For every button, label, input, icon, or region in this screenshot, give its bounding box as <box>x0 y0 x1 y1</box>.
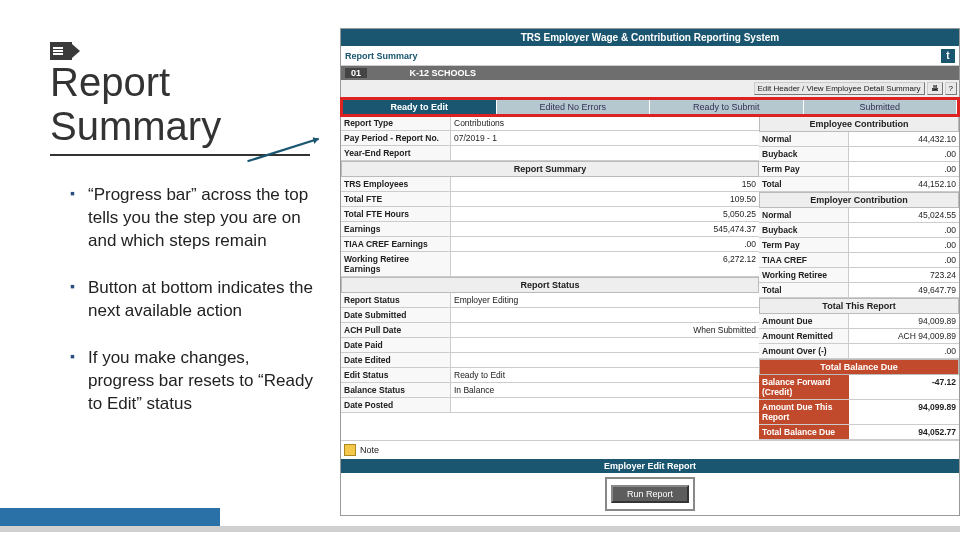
value: 109.50 <box>451 192 759 206</box>
progress-bar: Ready to Edit Edited No Errors Ready to … <box>341 98 959 116</box>
value: 45,024.55 <box>849 208 959 222</box>
bullet-1: “Progress bar” across the top tells you … <box>70 184 320 253</box>
edit-report-bar: Employer Edit Report <box>341 459 959 473</box>
progress-step-ready-to-edit[interactable]: Ready to Edit <box>343 100 497 114</box>
value: 49,647.79 <box>849 283 959 297</box>
label: Working Retiree <box>759 268 849 282</box>
emp-contrib-header: Employee Contribution <box>759 116 959 132</box>
label: Buyback <box>759 223 849 237</box>
employer-contrib-header: Employer Contribution <box>759 192 959 208</box>
label: TIAA CREF Earnings <box>341 237 451 251</box>
bullet-3: If you make changes, progress bar resets… <box>70 347 320 416</box>
value: 07/2019 - 1 <box>451 131 759 145</box>
value: .00 <box>849 162 959 176</box>
label: Normal <box>759 132 849 146</box>
total-this-report-header: Total This Report <box>759 298 959 314</box>
school-code: 01 <box>345 68 367 78</box>
edit-header-button[interactable]: Edit Header / View Employee Detail Summa… <box>754 82 925 95</box>
label: Total FTE Hours <box>341 207 451 221</box>
arrow-bullet-icon <box>50 42 72 60</box>
value: 44,432.10 <box>849 132 959 146</box>
label: ACH Pull Date <box>341 323 451 337</box>
value: .00 <box>451 237 759 251</box>
label: Date Submitted <box>341 308 451 322</box>
progress-step-edited[interactable]: Edited No Errors <box>497 100 651 114</box>
value: .00 <box>849 238 959 252</box>
value: 723.24 <box>849 268 959 282</box>
label: Report Type <box>341 116 451 130</box>
note-icon <box>344 444 356 456</box>
bullet-2: Button at bottom indicates the next avai… <box>70 277 320 323</box>
value <box>451 353 759 367</box>
label: Balance Status <box>341 383 451 397</box>
progress-step-ready-to-submit[interactable]: Ready to Submit <box>650 100 804 114</box>
label: Amount Due <box>759 314 849 328</box>
label: Edit Status <box>341 368 451 382</box>
label: Total <box>759 177 849 191</box>
value: 5,050.25 <box>451 207 759 221</box>
value <box>451 146 759 160</box>
app-header: TRS Employer Wage & Contribution Reporti… <box>341 29 959 47</box>
pointer-arrow <box>230 135 340 165</box>
value: .00 <box>849 147 959 161</box>
label: Date Paid <box>341 338 451 352</box>
note-label: Note <box>360 445 379 455</box>
value <box>451 338 759 352</box>
report-summary-header: Report Summary <box>341 161 759 177</box>
footer-stripe-grey <box>0 526 960 532</box>
value <box>451 398 759 412</box>
label: Balance Forward (Credit) <box>759 375 849 399</box>
label: Total FTE <box>341 192 451 206</box>
note-row[interactable]: Note <box>341 440 959 459</box>
page-subtitle: Report Summary <box>345 51 418 61</box>
value: .00 <box>849 344 959 358</box>
label: Report Status <box>341 293 451 307</box>
value: .00 <box>849 223 959 237</box>
print-icon[interactable]: 🖶 <box>927 82 943 95</box>
label: Date Posted <box>341 398 451 412</box>
label: Total Balance Due <box>759 425 849 439</box>
value: 94,009.89 <box>849 314 959 328</box>
value: When Submitted <box>451 323 759 337</box>
value: 44,152.10 <box>849 177 959 191</box>
value: ACH 94,009.89 <box>849 329 959 343</box>
svg-line-0 <box>248 139 319 162</box>
label: Earnings <box>341 222 451 236</box>
run-report-button[interactable]: Run Report <box>611 485 689 503</box>
label: Date Edited <box>341 353 451 367</box>
value: Contributions <box>451 116 759 130</box>
logo-icon: t <box>941 49 955 63</box>
school-bar: 01 K-12 SCHOOLS <box>341 66 959 80</box>
value: Employer Editing <box>451 293 759 307</box>
label: Year-End Report <box>341 146 451 160</box>
label: TIAA CREF <box>759 253 849 267</box>
progress-step-submitted[interactable]: Submitted <box>804 100 958 114</box>
footer-stripe-blue <box>0 508 220 526</box>
value: .00 <box>849 253 959 267</box>
action-bar: Edit Header / View Employee Detail Summa… <box>341 80 959 98</box>
label: Working Retiree Earnings <box>341 252 451 276</box>
label: Term Pay <box>759 162 849 176</box>
value: 94,052.77 <box>849 425 959 439</box>
total-balance-due-header: Total Balance Due <box>759 359 959 375</box>
help-icon[interactable]: ? <box>945 82 957 95</box>
label: Term Pay <box>759 238 849 252</box>
label: Buyback <box>759 147 849 161</box>
school-name: K-12 SCHOOLS <box>410 68 477 78</box>
value <box>451 308 759 322</box>
label: Amount Remitted <box>759 329 849 343</box>
value: Ready to Edit <box>451 368 759 382</box>
bullet-list: “Progress bar” across the top tells you … <box>50 184 320 416</box>
value: In Balance <box>451 383 759 397</box>
value: 6,272.12 <box>451 252 759 276</box>
value: -47.12 <box>849 375 959 399</box>
label: TRS Employees <box>341 177 451 191</box>
value: 545,474.37 <box>451 222 759 236</box>
label: Amount Over (-) <box>759 344 849 358</box>
run-report-highlight: Run Report <box>605 477 695 511</box>
label: Pay Period - Report No. <box>341 131 451 145</box>
label: Amount Due This Report <box>759 400 849 424</box>
report-status-header: Report Status <box>341 277 759 293</box>
value: 150 <box>451 177 759 191</box>
value: 94,099.89 <box>849 400 959 424</box>
